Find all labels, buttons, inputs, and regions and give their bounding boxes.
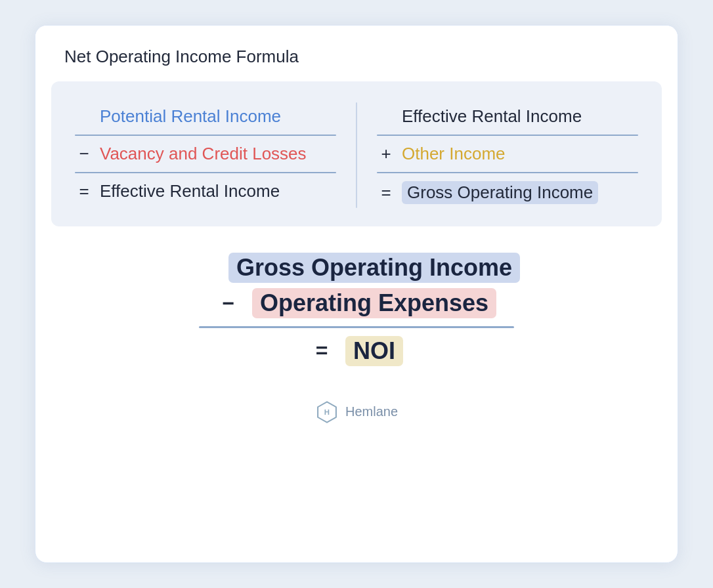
noi-label: NOI	[345, 336, 403, 366]
gross-operating-income-label: Gross Operating Income	[402, 181, 598, 204]
potential-rental-income-label: Potential Rental Income	[100, 106, 281, 127]
left-op-2: −	[75, 144, 93, 164]
gross-operating-income-big-label: Gross Operating Income	[228, 253, 520, 283]
svg-text:H: H	[324, 408, 330, 416]
effective-rental-income-label: Effective Rental Income	[100, 181, 280, 201]
left-row-2: − Vacancy and Credit Losses	[75, 140, 336, 168]
bottom-row-2: − Operating Expenses	[217, 285, 496, 321]
right-row-1: Effective Rental Income	[377, 102, 638, 131]
left-op-3: =	[75, 181, 93, 201]
right-op-3: =	[377, 182, 395, 203]
bottom-formula-section: Gross Operating Income − Operating Expen…	[64, 250, 649, 369]
left-row-1: Potential Rental Income	[75, 102, 336, 131]
effective-rental-income-right-label: Effective Rental Income	[402, 106, 582, 127]
right-op-2: +	[377, 144, 395, 164]
hemlane-logo-icon: H	[315, 400, 339, 424]
right-row-2: + Other Income	[377, 140, 638, 168]
brand-name: Hemlane	[345, 404, 398, 419]
left-divider-1	[75, 135, 336, 136]
page-title: Net Operating Income Formula	[35, 26, 678, 81]
right-formula-column: Effective Rental Income + Other Income =…	[377, 102, 638, 208]
other-income-label: Other Income	[402, 144, 506, 164]
top-formula-section: Potential Rental Income − Vacancy and Cr…	[51, 81, 662, 226]
bottom-divider	[199, 326, 514, 328]
left-divider-2	[75, 172, 336, 173]
vacancy-credit-losses-label: Vacancy and Credit Losses	[100, 144, 307, 164]
right-divider-2	[377, 172, 638, 173]
right-divider-1	[377, 135, 638, 136]
left-formula-column: Potential Rental Income − Vacancy and Cr…	[75, 102, 336, 208]
bottom-op-3: =	[310, 339, 334, 363]
bottom-op-2: −	[217, 291, 240, 316]
column-divider	[356, 102, 357, 208]
footer: H Hemlane	[35, 400, 678, 424]
main-card: Net Operating Income Formula Potential R…	[35, 25, 678, 563]
right-row-3: = Gross Operating Income	[377, 177, 638, 208]
bottom-row-1: Gross Operating Income	[193, 250, 520, 285]
left-row-3: = Effective Rental Income	[75, 177, 336, 205]
bottom-row-3: = NOI	[310, 333, 403, 369]
operating-expenses-label: Operating Expenses	[252, 288, 496, 318]
